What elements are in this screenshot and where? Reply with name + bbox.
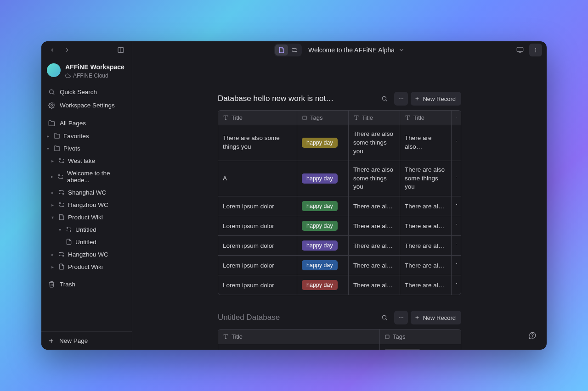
tree-item[interactable]: ▸West lake — [41, 155, 132, 167]
title-cell[interactable]: There are also… — [400, 216, 452, 235]
title-cell[interactable]: A — [218, 161, 297, 196]
help-button[interactable] — [526, 329, 539, 342]
title-cell[interactable]: There are also… — [400, 256, 452, 275]
column-header[interactable]: Tags — [297, 111, 349, 125]
column-header[interactable]: Title — [400, 111, 452, 125]
title-cell[interactable]: There are also… — [400, 236, 452, 255]
table-row[interactable]: There are also some things youhappy dayT… — [218, 125, 461, 161]
collapse-sidebar-button[interactable] — [114, 44, 127, 56]
table-row[interactable]: new record happy day — [218, 344, 461, 350]
nav-forward-button[interactable] — [61, 44, 74, 56]
chevron-down-icon[interactable] — [398, 47, 405, 53]
workspace-switcher[interactable]: AFFiNE Workspace AFFiNE Cloud — [41, 59, 132, 85]
tree-item[interactable]: ▸Welcome to the abede... — [41, 167, 132, 186]
column-header[interactable] — [452, 111, 461, 125]
title-cell[interactable]: There are also… — [349, 236, 400, 255]
workspace-settings-button[interactable]: Workspace Settings — [41, 99, 132, 112]
title-cell[interactable]: Lorem ipsum dolor — [218, 256, 297, 275]
database-title[interactable]: Untitled Database — [218, 313, 375, 322]
tree-item-label: Untitled — [75, 239, 96, 246]
title-cell[interactable]: Th — [452, 256, 461, 275]
title-cell[interactable]: There are also some things you — [349, 125, 400, 161]
table-row[interactable]: Lorem ipsum dolorhappy dayThere are also… — [218, 216, 461, 236]
new-record-button[interactable]: New Record — [411, 311, 461, 324]
content-area: Database hello new work is not… New Reco… — [132, 59, 547, 350]
trash-button[interactable]: Trash — [41, 278, 132, 291]
table-row[interactable]: Lorem ipsum dolorhappy dayThere are also… — [218, 256, 461, 275]
tag-cell[interactable]: happy day — [297, 125, 349, 161]
tree-item[interactable]: ▸Product Wiki — [41, 261, 132, 273]
title-cell[interactable]: There are also… — [349, 275, 400, 295]
column-header[interactable]: Title — [218, 330, 380, 344]
nav-back-button[interactable] — [46, 44, 59, 56]
svg-point-24 — [535, 48, 536, 49]
column-header[interactable]: Title — [349, 111, 400, 125]
database-table: Title Tags Title Title There are also so… — [218, 110, 461, 295]
tag-cell[interactable]: happy day — [297, 161, 349, 196]
more-options-button[interactable] — [529, 44, 542, 56]
column-header[interactable]: Tags — [380, 330, 461, 344]
new-page-button[interactable]: New Page — [41, 331, 132, 350]
tag-cell[interactable]: happy day — [297, 275, 349, 295]
topbar: Welcome to the AFFiNE Alpha — [132, 41, 547, 59]
tag-cell[interactable]: happy day — [297, 236, 349, 255]
title-cell[interactable]: There are also some things you — [349, 161, 400, 196]
database-more-button[interactable] — [394, 311, 408, 324]
edgeless-mode-button[interactable] — [288, 45, 301, 56]
title-cell[interactable]: There are also… — [400, 196, 452, 216]
title-cell[interactable]: There are also some things you — [400, 161, 452, 196]
tag-cell[interactable]: happy day — [380, 344, 461, 350]
title-cell[interactable]: There are also… — [400, 275, 452, 295]
database-search-button[interactable] — [378, 311, 391, 324]
all-pages-button[interactable]: All Pages — [41, 117, 132, 130]
title-cell[interactable]: There are also some things you — [218, 125, 297, 161]
tag-cell[interactable]: happy day — [297, 216, 349, 235]
title-cell[interactable]: There are also… — [349, 256, 400, 275]
title-cell[interactable]: There are also… — [349, 196, 400, 216]
tree-item[interactable]: ▸Hangzhou WC — [41, 199, 132, 211]
title-cell[interactable]: Th — [452, 161, 461, 196]
cell-text: Th — [456, 242, 457, 249]
tree-item[interactable]: ▸Shanghai WC — [41, 186, 132, 199]
table-row[interactable]: Lorem ipsum dolorhappy dayThere are also… — [218, 275, 461, 295]
table-row[interactable]: Lorem ipsum dolorhappy dayThere are also… — [218, 196, 461, 216]
title-cell[interactable]: Th — [452, 125, 461, 161]
title-cell[interactable]: Th — [452, 196, 461, 216]
all-pages-label: All Pages — [60, 120, 86, 127]
database-more-button[interactable] — [394, 92, 408, 106]
new-record-button[interactable]: New Record — [411, 92, 461, 106]
present-button[interactable] — [514, 44, 526, 56]
pivots-section[interactable]: ▾ Pivots — [41, 142, 132, 155]
title-cell[interactable]: Th — [452, 216, 461, 235]
database-title[interactable]: Database hello new work is not… — [218, 94, 375, 103]
edgeless-icon — [57, 173, 64, 180]
title-cell[interactable]: Th — [452, 275, 461, 295]
title-cell[interactable]: Lorem ipsum dolor — [218, 236, 297, 255]
column-header[interactable]: Title — [218, 111, 297, 125]
column-label: Tags — [310, 114, 322, 121]
tag-cell[interactable]: happy day — [297, 256, 349, 275]
svg-point-26 — [535, 51, 536, 52]
page-title[interactable]: Welcome to the AFFiNE Alpha — [308, 46, 395, 54]
title-cell[interactable]: Lorem ipsum dolor — [218, 275, 297, 295]
svg-point-6 — [62, 162, 63, 163]
title-cell[interactable]: There are also… — [349, 216, 400, 235]
title-cell[interactable]: There are also… — [400, 125, 452, 161]
quick-search-button[interactable]: Quick Search — [41, 85, 132, 99]
page-mode-button[interactable] — [275, 45, 288, 56]
tree-item[interactable]: ▾Product Wiki — [41, 211, 132, 223]
tree-item[interactable]: ▾Untitled — [41, 223, 132, 236]
favorites-section[interactable]: ▸ Favorites — [41, 130, 132, 142]
title-cell[interactable]: Lorem ipsum dolor — [218, 216, 297, 235]
tree-item[interactable]: Untitled — [41, 236, 132, 248]
tag-cell[interactable]: happy day — [297, 196, 349, 216]
title-cell[interactable]: Lorem ipsum dolor — [218, 196, 297, 216]
title-cell[interactable]: Th — [452, 236, 461, 255]
tree-item[interactable]: ▸Hangzhou WC — [41, 248, 132, 261]
table-row[interactable]: Ahappy dayThere are also some things you… — [218, 161, 461, 197]
chevron-left-icon — [49, 47, 56, 53]
title-cell[interactable]: new record — [218, 344, 380, 350]
database-search-button[interactable] — [378, 92, 391, 106]
table-row[interactable]: Lorem ipsum dolorhappy dayThere are also… — [218, 236, 461, 256]
svg-line-3 — [53, 93, 54, 95]
